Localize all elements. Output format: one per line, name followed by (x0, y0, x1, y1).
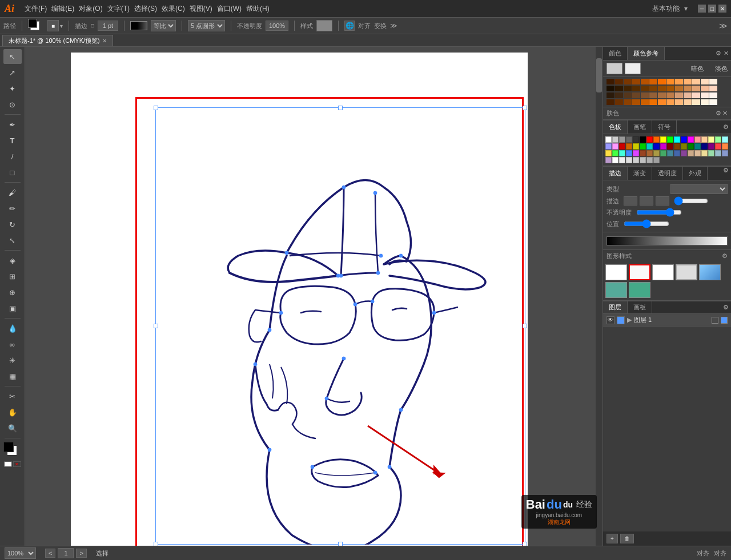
layer-target-icon[interactable] (721, 317, 728, 324)
color-ref-swatch[interactable] (649, 92, 657, 98)
menu-type[interactable]: 文字(T) (107, 4, 130, 14)
fill-stroke-display[interactable] (3, 442, 22, 459)
color-ref-swatch[interactable] (624, 79, 632, 84)
magic-wand-tool[interactable]: ✦ (3, 81, 22, 96)
color-ref-swatch[interactable] (692, 79, 700, 84)
color-ref-swatch[interactable] (641, 86, 649, 91)
shape-builder-tool[interactable]: ⊕ (3, 285, 22, 300)
base-color-swatch[interactable] (607, 63, 622, 74)
color-ref-swatch[interactable] (684, 79, 692, 84)
eyedropper-tool[interactable]: 💧 (3, 321, 22, 336)
color-swatch[interactable] (722, 150, 728, 156)
color-ref-swatch[interactable] (607, 92, 614, 98)
color-swatch[interactable] (633, 143, 639, 150)
rp-settings-icon[interactable]: ⚙ (716, 50, 721, 57)
color-ref-swatch[interactable] (632, 99, 640, 105)
menu-window[interactable]: 窗口(W) (217, 4, 242, 14)
color-ref-swatch[interactable] (632, 92, 640, 98)
color-swatch[interactable] (640, 157, 646, 163)
color-ref-swatch[interactable] (615, 79, 623, 84)
layer-row-1[interactable]: 👁 ▶ 图层 1 (603, 314, 731, 327)
color-ref-swatch[interactable] (641, 79, 649, 84)
color-ref-swatch[interactable] (675, 86, 683, 91)
color-ref-swatch[interactable] (658, 86, 666, 91)
style-thumb-5[interactable] (699, 264, 721, 280)
prev-artboard-button[interactable]: < (45, 549, 55, 558)
rectangle-tool[interactable]: □ (3, 165, 22, 180)
layer-lock-icon[interactable] (712, 317, 718, 324)
style-preview[interactable] (316, 20, 332, 31)
minimize-button[interactable]: ─ (698, 5, 706, 13)
symbol-spray-tool[interactable]: ✳ (3, 353, 22, 368)
layer-settings-icon[interactable]: ⚙ (723, 304, 729, 311)
gradient-preview-bar[interactable] (607, 236, 728, 245)
color-swatch[interactable] (612, 143, 618, 150)
color-ref-swatch[interactable] (615, 92, 623, 98)
color-swatch[interactable] (646, 136, 653, 143)
color-swatch[interactable] (633, 150, 639, 156)
paintbrush-tool[interactable]: 🖌 (3, 185, 22, 200)
tab-layers[interactable]: 图层 (603, 301, 628, 313)
base-color-swatch2[interactable] (625, 63, 641, 74)
color-swatch[interactable] (708, 136, 714, 143)
color-swatch[interactable] (701, 143, 708, 150)
color-ref-swatch[interactable] (684, 86, 692, 91)
skin-settings-icon[interactable]: ⚙ (716, 110, 721, 117)
menu-view[interactable]: 视图(V) (190, 4, 212, 14)
more-icon[interactable]: ≫ (390, 22, 397, 30)
workspace-dropdown-icon[interactable]: ▾ (684, 5, 688, 13)
opacity-panel-slider[interactable] (636, 208, 682, 217)
stroke-style-select[interactable]: 等比 (151, 20, 176, 31)
color-ref-swatch[interactable] (701, 92, 709, 98)
warp-tool[interactable]: ◈ (3, 253, 22, 268)
color-swatch[interactable] (667, 150, 673, 156)
color-swatch[interactable] (619, 150, 625, 156)
menu-object[interactable]: 对象(O) (79, 4, 102, 14)
pen-tool[interactable]: ✒ (3, 117, 22, 132)
lasso-tool[interactable]: ⊙ (3, 97, 22, 112)
color-swatch[interactable] (626, 157, 632, 163)
color-swatch[interactable] (626, 150, 632, 156)
hand-tool[interactable]: ✋ (3, 405, 22, 420)
color-ref-swatch[interactable] (649, 99, 657, 105)
color-swatch[interactable] (681, 150, 687, 156)
color-swatch[interactable] (605, 150, 612, 156)
color-ref-swatch[interactable] (649, 79, 657, 84)
color-swatch[interactable] (646, 143, 653, 150)
skin-close-icon[interactable]: ✕ (722, 110, 728, 117)
color-ref-swatch[interactable] (675, 99, 683, 105)
style-thumb-1[interactable] (605, 264, 627, 280)
color-ref-swatch[interactable] (692, 86, 700, 91)
color-swatch[interactable] (653, 136, 660, 143)
restore-button[interactable]: □ (708, 5, 716, 13)
color-ref-swatch[interactable] (666, 99, 674, 105)
color-swatch[interactable] (681, 143, 687, 150)
canvas-area[interactable]: Bai du du 经验 jingyan.baidu.com 湖南龙网 (25, 47, 603, 546)
stroke-panel-settings-icon[interactable]: ⚙ (723, 167, 729, 174)
color-swatch[interactable] (633, 136, 639, 143)
color-ref-swatch[interactable] (624, 92, 632, 98)
vertical-scrollbar[interactable] (596, 47, 603, 546)
color-swatch[interactable] (660, 136, 666, 143)
color-swatch[interactable] (646, 157, 653, 163)
menu-edit[interactable]: 编辑(E) (51, 4, 74, 14)
stroke-size-slider[interactable] (674, 196, 708, 206)
color-swatch[interactable] (694, 150, 701, 156)
menu-select[interactable]: 选择(S) (134, 4, 157, 14)
color-swatch[interactable] (653, 157, 660, 163)
column-graph-tool[interactable]: ▦ (3, 369, 22, 384)
color-swatch[interactable] (715, 143, 721, 150)
color-swatch[interactable] (715, 150, 721, 156)
color-swatch[interactable] (619, 157, 625, 163)
tab-stroke[interactable]: 描边 (603, 167, 628, 180)
color-swatch[interactable] (674, 150, 680, 156)
color-ref-swatch[interactable] (658, 79, 666, 84)
color-ref-swatch[interactable] (624, 86, 632, 91)
tab-color[interactable]: 颜色 (603, 47, 628, 60)
color-swatch[interactable] (674, 136, 680, 143)
color-swatch[interactable] (708, 150, 714, 156)
color-ref-swatch[interactable] (709, 79, 717, 84)
stroke-type-selector[interactable]: ■ ▾ (47, 20, 63, 31)
layer-expand-icon[interactable]: ▶ (627, 316, 632, 324)
color-swatch[interactable] (646, 150, 653, 156)
